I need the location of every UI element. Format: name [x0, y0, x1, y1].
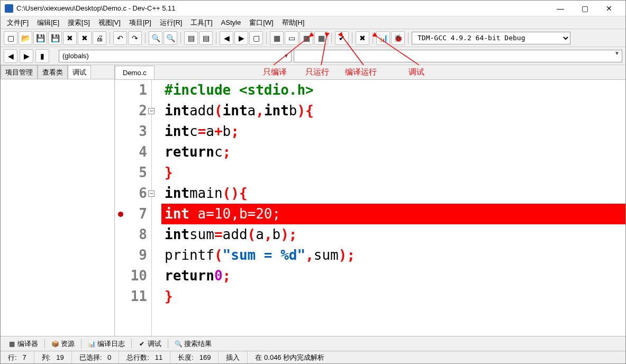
save-button[interactable]: 💾: [33, 31, 47, 45]
back-button[interactable]: ◀: [4, 49, 17, 63]
left-panel-body: [1, 79, 114, 336]
tab-icon: 🔍: [175, 340, 182, 348]
separator: [145, 32, 146, 44]
bottom-tab-bar: ▦编译器📦资源📊编译日志✔调试🔍搜索结果: [1, 336, 625, 351]
open-button[interactable]: 📂: [19, 31, 32, 45]
bottom-tab-3[interactable]: ✔调试: [134, 338, 166, 350]
line-gutter[interactable]: 12−3456−7891011: [115, 80, 152, 336]
indent-left-button[interactable]: ◀: [220, 31, 233, 45]
main-area: 项目管理查看类调试 Demo.c 只编译 只运行 编译运行 调试 12−3456…: [1, 65, 625, 336]
status-col: 列: 19: [34, 351, 72, 363]
separator: [180, 32, 181, 44]
status-sel: 已选择: 0: [72, 351, 120, 363]
bottom-tab-0[interactable]: ▦编译器: [4, 338, 42, 350]
menu-工具[T][interactable]: 工具[T]: [186, 16, 216, 29]
app-icon: [5, 4, 13, 13]
tab-icon: 📦: [51, 340, 59, 348]
redo-button[interactable]: ↷: [128, 31, 142, 45]
scope-select[interactable]: (globals) ▼: [59, 50, 292, 62]
left-tab-0[interactable]: 项目管理: [1, 65, 38, 79]
left-tab-1[interactable]: 查看类: [38, 65, 68, 79]
bottom-tab-4[interactable]: 🔍搜索结果: [170, 338, 216, 350]
separator: [266, 32, 267, 44]
toolbar-scope: ◀ ▶ ▮ (globals) ▼ ▼: [1, 47, 625, 65]
close-file-button[interactable]: ✖: [63, 31, 77, 45]
separator: [110, 32, 110, 44]
status-total: 总行数: 11: [119, 351, 170, 363]
maximize-button[interactable]: ▢: [573, 1, 597, 16]
menu-视图[V][interactable]: 视图[V]: [94, 16, 125, 29]
stop-button[interactable]: ✖: [356, 31, 369, 45]
tab-icon: ✔: [138, 340, 146, 348]
bookmark-button[interactable]: ▤: [199, 31, 213, 45]
menu-编辑[E][interactable]: 编辑[E]: [33, 16, 63, 29]
goto-button[interactable]: ▤: [184, 31, 198, 45]
separator: [373, 32, 373, 44]
left-tabs: 项目管理查看类调试: [1, 65, 114, 79]
compile-run-button[interactable]: ▦: [300, 31, 313, 45]
delete-profile-button[interactable]: 🐞: [391, 31, 405, 45]
scope-value: (globals): [62, 52, 89, 60]
tab-icon: ▦: [8, 340, 15, 348]
bottom-tab-2[interactable]: 📊编译日志: [84, 338, 129, 350]
member-select[interactable]: ▼: [294, 50, 622, 62]
editor-area: Demo.c 只编译 只运行 编译运行 调试 12−3456−7891011 #…: [115, 65, 625, 336]
undo-button[interactable]: ↶: [113, 31, 127, 45]
left-tab-2[interactable]: 调试: [68, 65, 91, 79]
indent-right-button[interactable]: ▶: [234, 31, 248, 45]
separator: [216, 32, 216, 44]
status-parse: 在 0.046 秒内完成解析: [248, 351, 332, 363]
menu-帮助[H][interactable]: 帮助[H]: [278, 16, 309, 29]
menu-运行[R][interactable]: 运行[R]: [156, 16, 187, 29]
status-mode: 插入: [219, 351, 248, 363]
rebuild-button[interactable]: ▦: [314, 31, 328, 45]
editor-tab-demo[interactable]: Demo.c: [115, 66, 155, 79]
toolbar-main: ▢ 📂 💾 💾 ✖ ✖ 🖨 ↶ ↷ 🔍 🔍 ▤ ▤ ◀ ▶ ▢ ▦ ▭ ▦ ▦ …: [1, 29, 625, 47]
compiler-select[interactable]: TDM-GCC 4.9.2 64-bit Debug: [412, 32, 570, 44]
save-all-button[interactable]: 💾: [48, 31, 62, 45]
code-editor[interactable]: 12−3456−7891011 #include <stdio.h>int ad…: [115, 80, 625, 336]
separator: [408, 32, 409, 44]
separator: [331, 32, 332, 44]
menu-项目[P][interactable]: 项目[P]: [125, 16, 156, 29]
close-all-button[interactable]: ✖: [78, 31, 92, 45]
debug-button[interactable]: ✔: [335, 31, 349, 45]
code-content[interactable]: #include <stdio.h>int add(int a,int b){ …: [161, 80, 625, 336]
profile-button[interactable]: 📊: [376, 31, 390, 45]
comment-button[interactable]: ▢: [249, 31, 263, 45]
close-button[interactable]: ✕: [597, 1, 621, 16]
status-length: 长度: 169: [170, 351, 219, 363]
editor-tab-bar: Demo.c: [115, 65, 625, 80]
left-panel: 项目管理查看类调试: [1, 65, 115, 336]
status-bar: 行: 7 列: 19 已选择: 0 总行数: 11 长度: 169 插入 在 0…: [1, 351, 625, 363]
bottom-tab-1[interactable]: 📦资源: [47, 338, 79, 350]
compile-button[interactable]: ▦: [270, 31, 284, 45]
chevron-down-icon: ▼: [284, 53, 289, 59]
separator: [352, 32, 352, 44]
marker-button[interactable]: ▮: [35, 49, 49, 63]
title-bar: C:\Users\xiexuewu\Desktop\Demo.c - Dev-C…: [1, 1, 625, 16]
tab-icon: 📊: [88, 340, 95, 348]
replace-button[interactable]: 🔍: [164, 31, 177, 45]
menu-文件[F][interactable]: 文件[F]: [3, 16, 33, 29]
find-button[interactable]: 🔍: [149, 31, 162, 45]
chevron-down-icon: ▼: [614, 50, 620, 56]
menu-搜索[S][interactable]: 搜索[S]: [63, 16, 94, 29]
status-line: 行: 7: [1, 351, 34, 363]
minimize-button[interactable]: —: [548, 1, 573, 16]
forward-button[interactable]: ▶: [20, 49, 33, 63]
menu-窗口[W][interactable]: 窗口[W]: [245, 16, 278, 29]
fold-strip: [152, 80, 161, 336]
menu-AStyle[interactable]: AStyle: [217, 17, 246, 28]
new-file-button[interactable]: ▢: [4, 31, 17, 45]
print-button[interactable]: 🖨: [93, 31, 106, 45]
menu-bar: 文件[F]编辑[E]搜索[S]视图[V]项目[P]运行[R]工具[T]AStyl…: [1, 16, 625, 29]
window-title: C:\Users\xiexuewu\Desktop\Demo.c - Dev-C…: [16, 4, 548, 12]
run-button[interactable]: ▭: [285, 31, 298, 45]
